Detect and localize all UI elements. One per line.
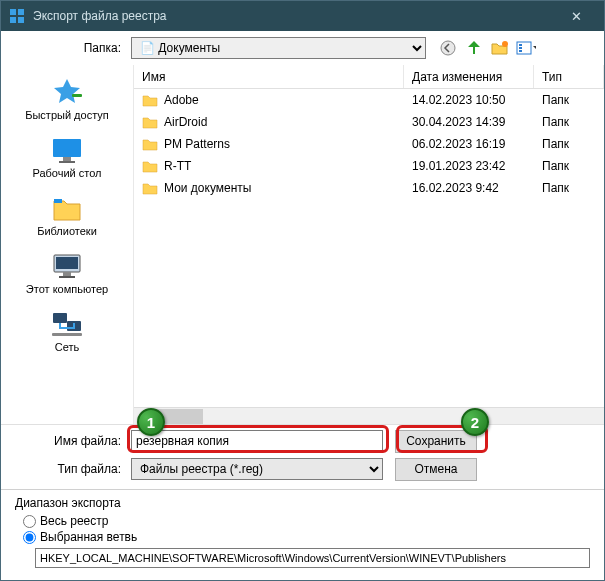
file-date: 19.01.2023 23:42 bbox=[404, 155, 534, 177]
svg-rect-12 bbox=[63, 157, 71, 161]
svg-rect-2 bbox=[10, 17, 16, 23]
file-name: R-TT bbox=[164, 159, 191, 173]
radio-all-input[interactable] bbox=[23, 515, 36, 528]
svg-rect-21 bbox=[52, 333, 82, 336]
filetype-label: Тип файла: bbox=[11, 462, 131, 476]
file-list-header: Имя Дата изменения Тип bbox=[134, 65, 604, 89]
sidebar-item-libraries[interactable]: Библиотеки bbox=[1, 191, 133, 239]
export-range-title: Диапазон экспорта bbox=[15, 496, 590, 510]
export-range-group: Диапазон экспорта Весь реестр Выбранная … bbox=[1, 490, 604, 580]
svg-rect-14 bbox=[54, 199, 62, 203]
app-icon bbox=[9, 8, 25, 24]
save-dialog-window: Экспорт файла реестра ✕ Папка: 📄 Докумен… bbox=[0, 0, 605, 581]
file-row[interactable]: Adobe14.02.2023 10:50Папк bbox=[134, 89, 604, 111]
svg-rect-13 bbox=[59, 161, 75, 163]
folder-icon bbox=[142, 181, 158, 195]
file-name: Adobe bbox=[164, 93, 199, 107]
filename-row: Имя файла: Сохранить bbox=[11, 427, 594, 455]
svg-rect-0 bbox=[10, 9, 16, 15]
svg-rect-3 bbox=[18, 17, 24, 23]
sidebar-item-thispc[interactable]: Этот компьютер bbox=[1, 249, 133, 297]
sidebar-label: Рабочий стол bbox=[32, 167, 101, 179]
sidebar-label: Быстрый доступ bbox=[25, 109, 109, 121]
svg-rect-7 bbox=[519, 44, 522, 46]
file-type: Папк bbox=[534, 133, 604, 155]
network-icon bbox=[50, 309, 84, 339]
file-date: 06.02.2023 16:19 bbox=[404, 133, 534, 155]
pc-icon bbox=[50, 251, 84, 281]
file-date: 16.02.2023 9:42 bbox=[404, 177, 534, 199]
file-name: AirDroid bbox=[164, 115, 207, 129]
view-menu-icon[interactable] bbox=[516, 38, 536, 58]
svg-point-4 bbox=[441, 41, 455, 55]
svg-rect-1 bbox=[18, 9, 24, 15]
save-button[interactable]: Сохранить bbox=[395, 430, 477, 453]
svg-rect-17 bbox=[63, 272, 71, 276]
sidebar-item-network[interactable]: Сеть bbox=[1, 307, 133, 355]
svg-rect-11 bbox=[53, 139, 81, 157]
file-list-pane: Имя Дата изменения Тип Adobe14.02.2023 1… bbox=[133, 65, 604, 424]
folder-select[interactable]: 📄 Документы bbox=[131, 37, 426, 59]
sidebar-label: Сеть bbox=[55, 341, 79, 353]
radio-all-registry[interactable]: Весь реестр bbox=[23, 514, 590, 528]
folder-icon bbox=[142, 115, 158, 129]
folder-icon bbox=[142, 137, 158, 151]
sidebar-label: Библиотеки bbox=[37, 225, 97, 237]
close-button[interactable]: ✕ bbox=[556, 9, 596, 24]
back-icon[interactable] bbox=[438, 38, 458, 58]
file-type: Папк bbox=[534, 155, 604, 177]
radio-selected-branch[interactable]: Выбранная ветвь bbox=[23, 530, 590, 544]
branch-path-input[interactable] bbox=[35, 548, 590, 568]
file-row[interactable]: R-TT19.01.2023 23:42Папк bbox=[134, 155, 604, 177]
filename-label: Имя файла: bbox=[11, 434, 131, 448]
svg-rect-8 bbox=[519, 47, 522, 49]
filetype-select[interactable]: Файлы реестра (*.reg) bbox=[131, 458, 383, 480]
col-name[interactable]: Имя bbox=[134, 65, 404, 88]
radio-branch-input[interactable] bbox=[23, 531, 36, 544]
annotation-badge-1: 1 bbox=[137, 408, 165, 436]
star-icon bbox=[50, 77, 84, 107]
file-name: Мои документы bbox=[164, 181, 251, 195]
toolbar-icons bbox=[438, 38, 536, 58]
titlebar: Экспорт файла реестра ✕ bbox=[1, 1, 604, 31]
cancel-button[interactable]: Отмена bbox=[395, 458, 477, 481]
file-date: 30.04.2023 14:39 bbox=[404, 111, 534, 133]
file-name: PM Patterns bbox=[164, 137, 230, 151]
main-area: Быстрый доступ Рабочий стол Библиотеки Э… bbox=[1, 65, 604, 425]
desktop-icon bbox=[50, 135, 84, 165]
svg-rect-9 bbox=[519, 50, 522, 52]
file-type: Папк bbox=[534, 89, 604, 111]
folder-icon bbox=[142, 159, 158, 173]
folder-label: Папка: bbox=[11, 41, 131, 55]
col-type[interactable]: Тип bbox=[534, 65, 604, 88]
new-folder-icon[interactable] bbox=[490, 38, 510, 58]
sidebar-item-quickaccess[interactable]: Быстрый доступ bbox=[1, 75, 133, 123]
svg-rect-10 bbox=[72, 94, 82, 97]
sidebar-label: Этот компьютер bbox=[26, 283, 108, 295]
sidebar-item-desktop[interactable]: Рабочий стол bbox=[1, 133, 133, 181]
window-title: Экспорт файла реестра bbox=[33, 9, 556, 23]
file-date: 14.02.2023 10:50 bbox=[404, 89, 534, 111]
filename-input[interactable] bbox=[131, 430, 383, 452]
file-row[interactable]: PM Patterns06.02.2023 16:19Папк bbox=[134, 133, 604, 155]
up-icon[interactable] bbox=[464, 38, 484, 58]
h-scrollbar[interactable] bbox=[134, 407, 604, 424]
col-date[interactable]: Дата изменения bbox=[404, 65, 534, 88]
file-row[interactable]: AirDroid30.04.2023 14:39Папк bbox=[134, 111, 604, 133]
svg-rect-16 bbox=[56, 257, 78, 269]
libraries-icon bbox=[50, 193, 84, 223]
places-sidebar: Быстрый доступ Рабочий стол Библиотеки Э… bbox=[1, 65, 133, 424]
folder-bar: Папка: 📄 Документы bbox=[1, 31, 604, 65]
folder-icon bbox=[142, 93, 158, 107]
file-type: Папк bbox=[534, 177, 604, 199]
svg-point-5 bbox=[502, 41, 508, 47]
file-list: Adobe14.02.2023 10:50ПапкAirDroid30.04.2… bbox=[134, 89, 604, 407]
svg-rect-18 bbox=[59, 276, 75, 278]
file-type: Папк bbox=[534, 111, 604, 133]
bottom-fields: Имя файла: Сохранить Тип файла: Файлы ре… bbox=[1, 425, 604, 489]
svg-rect-19 bbox=[53, 313, 67, 323]
annotation-badge-2: 2 bbox=[461, 408, 489, 436]
filetype-row: Тип файла: Файлы реестра (*.reg) Отмена bbox=[11, 455, 594, 483]
file-row[interactable]: Мои документы16.02.2023 9:42Папк bbox=[134, 177, 604, 199]
